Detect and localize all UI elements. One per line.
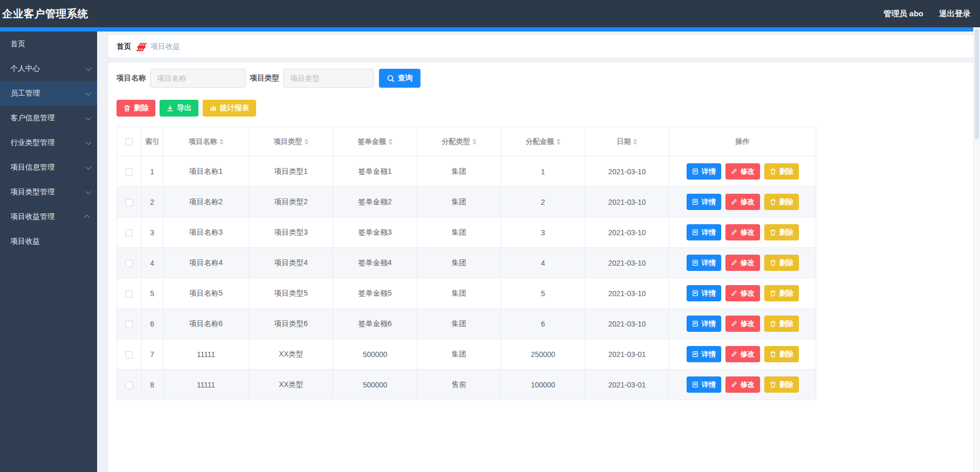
cell-date: 2021-03-01 [585, 339, 669, 370]
logout-link[interactable]: 退出登录 [939, 9, 971, 19]
detail-button[interactable]: 详情 [687, 316, 721, 332]
detail-button[interactable]: 详情 [687, 255, 721, 271]
delete-button[interactable]: 删除 [117, 100, 155, 117]
cell-type: 项目类型1 [249, 156, 333, 187]
trash-icon [770, 351, 776, 358]
trash-icon [770, 229, 776, 236]
row-delete-button[interactable]: 删除 [764, 346, 799, 362]
header-date[interactable]: 日期 [585, 127, 669, 156]
edit-button[interactable]: 修改 [725, 316, 760, 332]
sidebar-item-label: 行业类型管理 [10, 138, 82, 148]
row-checkbox[interactable] [125, 382, 133, 389]
sort-icon[interactable] [388, 139, 393, 145]
vertical-scrollbar[interactable] [973, 27, 980, 472]
sort-icon[interactable] [304, 139, 309, 145]
chevron-icon [84, 214, 90, 220]
sidebar-item-label: 项目收益 [10, 237, 90, 246]
cell-sign-amount: 签单金额5 [333, 278, 417, 309]
row-checkbox[interactable] [125, 321, 133, 328]
sidebar-item-个人中心[interactable]: 个人中心 [0, 56, 97, 81]
detail-button[interactable]: 详情 [687, 194, 721, 210]
header-project-type[interactable]: 项目类型 [249, 127, 333, 156]
sidebar-item-项目信息管理[interactable]: 项目信息管理 [0, 155, 97, 180]
row-delete-button[interactable]: 删除 [764, 255, 799, 271]
sidebar-item-label: 首页 [10, 39, 90, 49]
project-type-input[interactable] [283, 69, 374, 88]
trash-icon [770, 381, 776, 388]
row-checkbox[interactable] [125, 290, 133, 298]
edit-button[interactable]: 修改 [725, 346, 760, 362]
cell-index: 4 [142, 248, 163, 278]
detail-button[interactable]: 详情 [687, 285, 721, 301]
sidebar-item-label: 项目信息管理 [10, 163, 82, 172]
pencil-icon [731, 198, 737, 205]
row-checkbox[interactable] [125, 229, 133, 237]
row-checkbox[interactable] [125, 199, 133, 206]
edit-button[interactable]: 修改 [725, 224, 760, 240]
edit-button[interactable]: 修改 [725, 285, 760, 301]
cell-alloc-type: 集团 [417, 339, 501, 370]
sidebar-item-首页[interactable]: 首页 [0, 32, 97, 56]
search-button[interactable]: 查询 [379, 69, 420, 88]
row-checkbox[interactable] [125, 351, 133, 359]
sort-icon[interactable] [219, 139, 224, 145]
document-icon [692, 229, 699, 236]
header-project-name[interactable]: 项目名称 [163, 127, 249, 156]
detail-button[interactable]: 详情 [687, 376, 721, 393]
scrollbar-thumb[interactable] [975, 29, 979, 139]
cell-alloc-amount: 2 [501, 187, 585, 217]
cell-name: 项目名称4 [163, 248, 249, 278]
breadcrumb: 首页 ∮∮∮ 项目收益 [108, 35, 974, 58]
row-checkbox[interactable] [125, 260, 133, 267]
report-button[interactable]: 统计报表 [203, 100, 256, 117]
top-navbar: 企业客户管理系统 管理员 abo 退出登录 [0, 0, 980, 27]
header-sign-amount[interactable]: 签单金额 [333, 127, 417, 156]
sidebar-item-项目收益[interactable]: 项目收益 [0, 229, 97, 254]
row-select-cell [117, 370, 142, 400]
cell-sign-amount: 签单金额3 [333, 217, 417, 248]
sidebar-item-项目类型管理[interactable]: 项目类型管理 [0, 180, 97, 204]
edit-button[interactable]: 修改 [725, 255, 760, 271]
select-all-header[interactable] [117, 127, 142, 156]
cell-operations: 详情 修改 删除 [669, 370, 816, 400]
detail-button[interactable]: 详情 [687, 224, 721, 240]
row-select-cell [117, 217, 142, 248]
sort-icon[interactable] [472, 139, 477, 145]
sidebar-item-行业类型管理[interactable]: 行业类型管理 [0, 130, 97, 155]
sort-icon[interactable] [633, 139, 637, 145]
sort-icon[interactable] [556, 139, 561, 145]
header-alloc-amount[interactable]: 分配金额 [501, 127, 585, 156]
edit-button[interactable]: 修改 [725, 194, 760, 210]
export-button-label: 导出 [177, 103, 192, 113]
sidebar-item-项目收益管理[interactable]: 项目收益管理 [0, 204, 97, 229]
detail-button[interactable]: 详情 [687, 163, 721, 180]
row-delete-button[interactable]: 删除 [764, 224, 799, 240]
row-delete-button[interactable]: 删除 [764, 194, 799, 210]
sidebar-item-员工管理[interactable]: 员工管理 [0, 81, 97, 106]
row-checkbox[interactable] [125, 169, 133, 176]
row-delete-button[interactable]: 删除 [764, 376, 799, 393]
breadcrumb-separator-icon: ∮∮∮ [136, 41, 143, 51]
trash-icon [770, 290, 776, 297]
row-delete-button[interactable]: 删除 [764, 316, 799, 332]
breadcrumb-home[interactable]: 首页 [117, 42, 131, 51]
export-button[interactable]: 导出 [160, 100, 198, 117]
edit-button[interactable]: 修改 [725, 376, 760, 393]
project-name-input[interactable] [150, 69, 246, 88]
cell-type: XX类型 [249, 370, 333, 400]
chevron-icon [86, 163, 91, 169]
cell-operations: 详情 修改 删除 [669, 339, 816, 370]
sidebar-item-label: 项目收益管理 [10, 212, 82, 222]
row-delete-button[interactable]: 删除 [764, 163, 799, 180]
row-delete-button[interactable]: 删除 [764, 285, 799, 301]
cell-sign-amount: 500000 [333, 370, 417, 400]
row-select-cell [117, 156, 142, 187]
header-alloc-type[interactable]: 分配类型 [417, 127, 501, 156]
select-all-checkbox[interactable] [125, 138, 133, 145]
detail-button[interactable]: 详情 [687, 346, 721, 362]
project-name-label: 项目名称 [117, 74, 146, 83]
sidebar-item-客户信息管理[interactable]: 客户信息管理 [0, 106, 97, 130]
document-icon [692, 381, 699, 388]
edit-button[interactable]: 修改 [725, 163, 760, 180]
pencil-icon [731, 259, 737, 266]
